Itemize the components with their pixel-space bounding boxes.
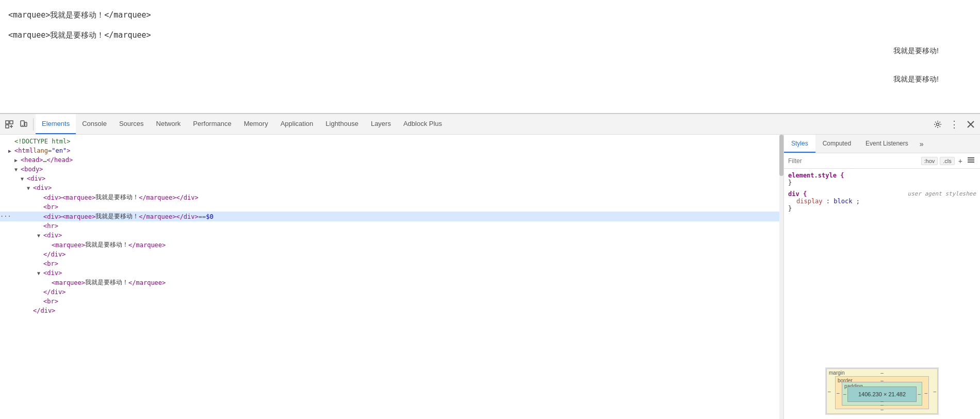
dom-line-br1[interactable]: <br> [0, 202, 783, 212]
dom-line-body[interactable]: ▼ <body> [0, 165, 783, 174]
devtools-panel: Elements Console Sources Network Perform… [0, 114, 980, 419]
dom-triangle-html[interactable]: ▶ [8, 148, 14, 154]
tab-memory[interactable]: Memory [238, 114, 274, 134]
box-border-left: – [837, 390, 840, 396]
dom-line-html[interactable]: ▶ <html lang="en" > [0, 146, 783, 155]
dom-line-div2-close[interactable]: </div> [0, 306, 783, 315]
tab-layers[interactable]: Layers [365, 114, 397, 134]
svg-rect-6 [25, 122, 27, 126]
hov-button[interactable]: :hov [921, 157, 938, 165]
dom-triangle-div1[interactable]: ▼ [21, 176, 27, 182]
dom-triangle-div4[interactable]: ▼ [37, 270, 43, 276]
dom-line-div4[interactable]: ▼ <div> [0, 268, 783, 278]
style-selector-div: div { [788, 190, 807, 198]
device-toolbar-button[interactable] [17, 117, 31, 132]
box-model: margin – – – border – – – [825, 367, 939, 415]
dom-line-hr[interactable]: <hr> [0, 221, 783, 231]
devtools-body: <!DOCTYPE html> ▶ <html lang="en" > ▶ <h… [0, 135, 980, 419]
inspect-element-button[interactable] [2, 117, 17, 132]
tab-lighthouse[interactable]: Lighthouse [319, 114, 365, 134]
box-model-container: margin – – – border – – – [784, 363, 980, 419]
tab-console[interactable]: Console [76, 114, 113, 134]
tab-styles[interactable]: Styles [784, 135, 815, 153]
dom-triangle-body[interactable]: ▼ [14, 167, 21, 172]
dom-line-div4-close[interactable]: </div> [0, 287, 783, 297]
more-options-button[interactable]: ⋮ [947, 117, 961, 132]
dom-line-marquee2-selected[interactable]: ··· <div> <marquee> 我就是要移动！ </marquee> <… [0, 212, 783, 221]
filter-buttons: :hov .cls + [921, 157, 976, 165]
dom-line-br2[interactable]: <br> [0, 259, 783, 268]
box-margin-bottom: – [880, 407, 884, 412]
dom-dots: ··· [0, 213, 11, 220]
dom-line-head[interactable]: ▶ <head> … </head> [0, 155, 783, 165]
tab-performance[interactable]: Performance [187, 114, 237, 134]
marquee-output-2: 我就是要移动! [893, 75, 939, 84]
style-source-div: user agent styleshee [908, 190, 976, 197]
marquee-source-2: <marquee>我就是要移动！</marquee> [0, 25, 980, 45]
tab-network[interactable]: Network [150, 114, 187, 134]
styles-filter-input[interactable] [788, 157, 921, 165]
box-margin-label: margin [829, 370, 845, 376]
add-style-button[interactable]: + [957, 157, 964, 165]
tab-elements[interactable]: Elements [36, 114, 76, 134]
tab-adblock-plus[interactable]: Adblock Plus [397, 114, 448, 134]
tab-sources[interactable]: Sources [113, 114, 150, 134]
style-selector-element: element.style { [788, 172, 844, 179]
svg-rect-1 [10, 121, 13, 124]
box-border-right: – [924, 390, 927, 396]
style-rule-div: div { user agent styleshee display : blo… [788, 190, 976, 212]
browser-content: <marquee>我就是要移动！</marquee> <marquee>我就是要… [0, 0, 980, 114]
dom-line-div1[interactable]: ▼ <div> [0, 174, 783, 183]
dom-line-br3[interactable]: <br> [0, 297, 783, 306]
svg-rect-12 [968, 159, 974, 160]
dom-line-doctype[interactable]: <!DOCTYPE html> [0, 137, 783, 146]
svg-rect-11 [968, 162, 974, 163]
dom-scrollbar-track[interactable] [779, 135, 783, 419]
tab-computed[interactable]: Computed [815, 135, 858, 153]
toolbar-separator [33, 118, 34, 131]
dom-triangle-div3[interactable]: ▼ [37, 233, 43, 238]
edit-style-icon-button[interactable] [966, 157, 976, 165]
box-padding-left: – [843, 391, 846, 397]
right-panel-tabs: Styles Computed Event Listeners » [784, 135, 980, 153]
right-panel: Styles Computed Event Listeners » :hov .… [784, 135, 980, 419]
close-devtools-button[interactable] [963, 117, 978, 132]
dom-panel[interactable]: <!DOCTYPE html> ▶ <html lang="en" > ▶ <h… [0, 135, 784, 419]
dom-line-div3[interactable]: ▼ <div> [0, 231, 783, 240]
dom-doctype-text: <!DOCTYPE html> [14, 138, 70, 145]
box-margin-left: – [828, 389, 831, 394]
dom-triangle-head[interactable]: ▶ [14, 157, 21, 163]
svg-rect-13 [968, 157, 974, 158]
box-margin-top: – [880, 370, 884, 376]
tab-application[interactable]: Application [274, 114, 320, 134]
box-border: border – – – padding – – – [835, 376, 929, 409]
box-margin-right: – [933, 389, 936, 394]
dom-line-div3-close[interactable]: </div> [0, 250, 783, 259]
more-tabs-button[interactable]: » [916, 135, 928, 153]
box-padding-right: – [918, 391, 921, 397]
style-prop-display: display [788, 198, 823, 205]
styles-content: element.style { } div { user agent style… [784, 169, 980, 363]
dom-line-marquee3[interactable]: <marquee> 我就是要移动！ </marquee> [0, 240, 783, 250]
dom-scrollbar-thumb[interactable] [779, 135, 783, 176]
style-rule-element: element.style { } [788, 172, 976, 186]
cls-button[interactable]: .cls [940, 157, 955, 165]
dom-triangle-div2[interactable]: ▼ [27, 185, 33, 191]
dom-line-marquee1[interactable]: <div> <marquee> 我就是要移动！ </marquee> </div… [0, 192, 783, 202]
dom-line-marquee4[interactable]: <marquee> 我就是要移动！ </marquee> [0, 278, 783, 287]
marquee-source-1: <marquee>我就是要移动！</marquee> [0, 5, 980, 25]
box-margin: margin – – – border – – – [826, 368, 938, 414]
style-brace-close: } [788, 179, 792, 186]
filter-bar: :hov .cls + [784, 153, 980, 169]
toolbar-right-buttons: ⋮ [930, 117, 978, 132]
settings-button[interactable] [930, 117, 945, 132]
svg-point-8 [937, 123, 939, 125]
devtools-toolbar: Elements Console Sources Network Perform… [0, 114, 980, 135]
dom-line-div2[interactable]: ▼ <div> [0, 183, 783, 192]
devtools-tabs: Elements Console Sources Network Perform… [36, 114, 930, 134]
tab-event-listeners[interactable]: Event Listeners [858, 135, 916, 153]
style-value-display: block [834, 198, 852, 205]
marquee-output-1: 我就是要移动! [893, 46, 939, 56]
box-content-size: 1406.230 × 21.482 [858, 391, 906, 397]
svg-rect-2 [6, 125, 9, 128]
